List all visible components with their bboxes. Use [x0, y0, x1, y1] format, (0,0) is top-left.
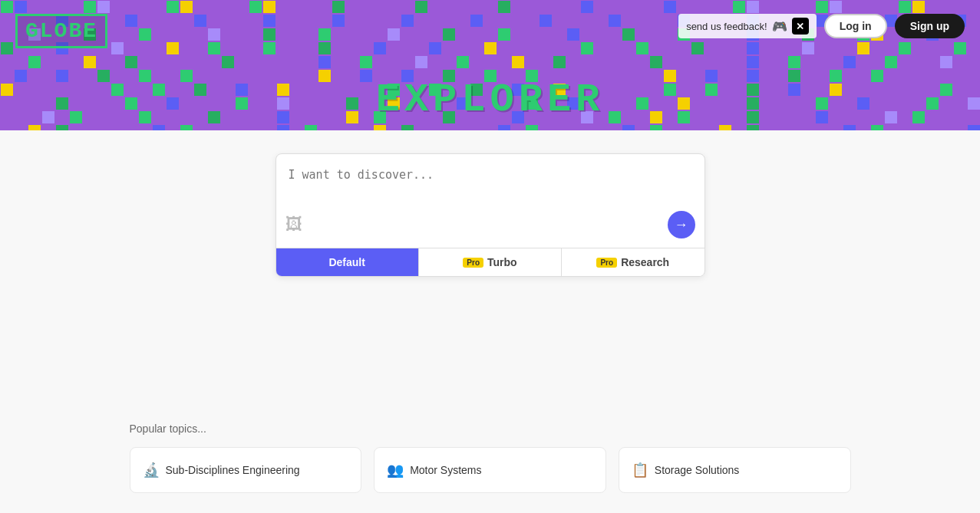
popular-section: Popular topics... 🔬 Sub-Disciplines Engi… — [114, 400, 866, 508]
top-nav: send us feedback! 🎮 ✕ Log in Sign up — [678, 14, 965, 38]
twitter-icon: ✕ — [792, 18, 809, 35]
discord-icon: 🎮 — [772, 19, 787, 34]
signup-button[interactable]: Sign up — [895, 14, 965, 38]
topic-card-1[interactable]: 👥 Motor Systems — [374, 447, 606, 493]
topic-label-2: Storage Solutions — [655, 464, 740, 476]
logo: GLOBE — [15, 14, 107, 48]
topic-emoji-1: 👥 — [387, 462, 404, 478]
image-upload-icon[interactable]: 🖼 — [285, 215, 302, 235]
tab-default[interactable]: Default — [276, 248, 419, 276]
search-bottom-row: 🖼 → — [276, 205, 704, 248]
tab-research-label: Research — [621, 256, 669, 268]
topic-emoji-2: 📋 — [632, 462, 648, 478]
topic-label-0: Sub-Disciplines Engineering — [166, 464, 300, 476]
popular-label: Popular topics... — [130, 423, 851, 435]
tab-row: Default Pro Turbo Pro Research — [276, 248, 704, 276]
topic-emoji-0: 🔬 — [143, 462, 160, 478]
main-content: 🖼 → Default Pro Turbo Pro Research Popul… — [0, 130, 980, 513]
topic-card-2[interactable]: 📋 Storage Solutions — [619, 447, 851, 493]
search-input[interactable] — [289, 168, 692, 199]
tab-turbo[interactable]: Pro Turbo — [419, 248, 562, 276]
tab-default-label: Default — [328, 256, 365, 268]
feedback-text: send us feedback! — [686, 21, 767, 32]
pro-badge-turbo: Pro — [463, 258, 483, 268]
topics-row: 🔬 Sub-Disciplines Engineering 👥 Motor Sy… — [130, 447, 851, 493]
tab-turbo-label: Turbo — [487, 256, 517, 268]
topic-card-0[interactable]: 🔬 Sub-Disciplines Engineering — [130, 447, 362, 493]
topic-label-1: Motor Systems — [410, 464, 481, 476]
pro-badge-research: Pro — [596, 258, 617, 268]
feedback-link[interactable]: send us feedback! 🎮 ✕ — [678, 14, 817, 38]
tab-research[interactable]: Pro Research — [562, 248, 704, 276]
search-container: 🖼 → Default Pro Turbo Pro Research — [276, 153, 705, 277]
explorer-title: EXPLORER — [376, 77, 605, 123]
login-button[interactable]: Log in — [824, 14, 887, 38]
search-input-area — [276, 154, 704, 205]
submit-button[interactable]: → — [668, 211, 695, 238]
header-banner: GLOBE send us feedback! 🎮 ✕ Log in Sign … — [0, 0, 980, 130]
